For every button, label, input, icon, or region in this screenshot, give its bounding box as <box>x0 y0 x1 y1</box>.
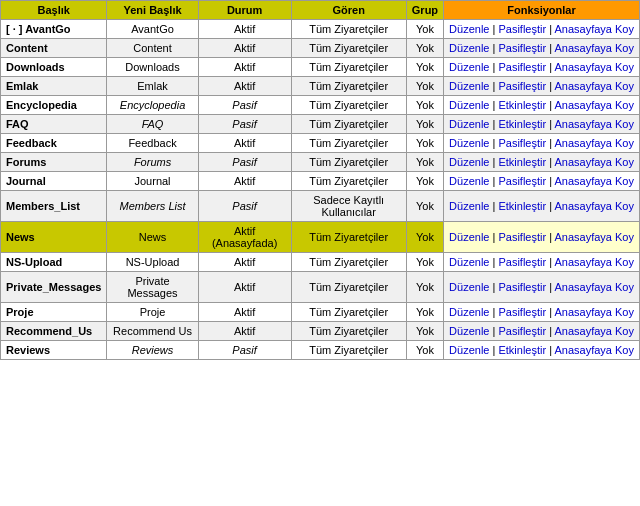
table-row: Members_ListMembers ListPasifSadece Kayı… <box>1 191 640 222</box>
action-link-anasayfaya-koy[interactable]: Anasayfaya Koy <box>554 256 634 268</box>
cell-baslik: NS-Upload <box>1 253 107 272</box>
cell-durum: Aktif <box>198 20 291 39</box>
action-link-anasayfaya-koy[interactable]: Anasayfaya Koy <box>554 200 634 212</box>
action-link-pasifleştir[interactable]: Pasifleştir <box>498 80 546 92</box>
action-link-anasayfaya-koy[interactable]: Anasayfaya Koy <box>554 231 634 243</box>
cell-baslik: Downloads <box>1 58 107 77</box>
cell-goren: Tüm Ziyaretçiler <box>291 172 406 191</box>
action-link-pasifleştir[interactable]: Pasifleştir <box>498 325 546 337</box>
cell-goren: Tüm Ziyaretçiler <box>291 96 406 115</box>
cell-fonksiyonlar: Düzenle | Pasifleştir | Anasayfaya Koy <box>444 58 640 77</box>
action-link-pasifleştir[interactable]: Pasifleştir <box>498 42 546 54</box>
action-link-anasayfaya-koy[interactable]: Anasayfaya Koy <box>554 61 634 73</box>
action-link-düzenle[interactable]: Düzenle <box>449 118 489 130</box>
cell-grup: Yok <box>406 115 443 134</box>
cell-baslik: Recommend_Us <box>1 322 107 341</box>
action-link-anasayfaya-koy[interactable]: Anasayfaya Koy <box>554 42 634 54</box>
table-row: ReviewsReviewsPasifTüm ZiyaretçilerYokDü… <box>1 341 640 360</box>
action-link-anasayfaya-koy[interactable]: Anasayfaya Koy <box>554 137 634 149</box>
cell-goren: Tüm Ziyaretçiler <box>291 153 406 172</box>
cell-fonksiyonlar: Düzenle | Etkinleştir | Anasayfaya Koy <box>444 96 640 115</box>
action-link-pasifleştir[interactable]: Pasifleştir <box>498 281 546 293</box>
cell-goren: Tüm Ziyaretçiler <box>291 115 406 134</box>
cell-fonksiyonlar: Düzenle | Etkinleştir | Anasayfaya Koy <box>444 341 640 360</box>
action-link-anasayfaya-koy[interactable]: Anasayfaya Koy <box>554 156 634 168</box>
cell-fonksiyonlar: Düzenle | Pasifleştir | Anasayfaya Koy <box>444 222 640 253</box>
cell-durum: Pasif <box>198 115 291 134</box>
action-link-etkinleştir[interactable]: Etkinleştir <box>498 99 546 111</box>
cell-grup: Yok <box>406 172 443 191</box>
cell-durum: Aktif (Anasayfada) <box>198 222 291 253</box>
table-row: Recommend_UsRecommend UsAktifTüm Ziyaret… <box>1 322 640 341</box>
cell-durum: Aktif <box>198 172 291 191</box>
cell-grup: Yok <box>406 39 443 58</box>
action-link-düzenle[interactable]: Düzenle <box>449 137 489 149</box>
action-link-anasayfaya-koy[interactable]: Anasayfaya Koy <box>554 175 634 187</box>
action-link-pasifleştir[interactable]: Pasifleştir <box>498 231 546 243</box>
cell-yeni-baslik: News <box>107 222 198 253</box>
action-link-düzenle[interactable]: Düzenle <box>449 281 489 293</box>
header-yeni-baslik: Yeni Başlık <box>107 1 198 20</box>
action-link-anasayfaya-koy[interactable]: Anasayfaya Koy <box>554 281 634 293</box>
action-link-etkinleştir[interactable]: Etkinleştir <box>498 118 546 130</box>
cell-goren: Tüm Ziyaretçiler <box>291 20 406 39</box>
action-link-düzenle[interactable]: Düzenle <box>449 23 489 35</box>
table-row: ForumsForumsPasifTüm ZiyaretçilerYokDüze… <box>1 153 640 172</box>
table-row: EmlakEmlakAktifTüm ZiyaretçilerYokDüzenl… <box>1 77 640 96</box>
cell-goren: Tüm Ziyaretçiler <box>291 134 406 153</box>
cell-fonksiyonlar: Düzenle | Etkinleştir | Anasayfaya Koy <box>444 191 640 222</box>
action-link-düzenle[interactable]: Düzenle <box>449 325 489 337</box>
action-link-anasayfaya-koy[interactable]: Anasayfaya Koy <box>554 80 634 92</box>
action-link-düzenle[interactable]: Düzenle <box>449 42 489 54</box>
cell-durum: Aktif <box>198 77 291 96</box>
action-link-pasifleştir[interactable]: Pasifleştir <box>498 61 546 73</box>
action-link-pasifleştir[interactable]: Pasifleştir <box>498 175 546 187</box>
cell-baslik: Proje <box>1 303 107 322</box>
cell-grup: Yok <box>406 272 443 303</box>
action-link-düzenle[interactable]: Düzenle <box>449 156 489 168</box>
action-link-anasayfaya-koy[interactable]: Anasayfaya Koy <box>554 306 634 318</box>
action-link-düzenle[interactable]: Düzenle <box>449 61 489 73</box>
action-link-pasifleştir[interactable]: Pasifleştir <box>498 23 546 35</box>
cell-baslik: [ · ] AvantGo <box>1 20 107 39</box>
action-link-anasayfaya-koy[interactable]: Anasayfaya Koy <box>554 23 634 35</box>
action-link-pasifleştir[interactable]: Pasifleştir <box>498 256 546 268</box>
action-link-anasayfaya-koy[interactable]: Anasayfaya Koy <box>554 344 634 356</box>
cell-grup: Yok <box>406 341 443 360</box>
action-link-anasayfaya-koy[interactable]: Anasayfaya Koy <box>554 118 634 130</box>
cell-grup: Yok <box>406 134 443 153</box>
table-row: Private_MessagesPrivate MessagesAktifTüm… <box>1 272 640 303</box>
action-link-düzenle[interactable]: Düzenle <box>449 99 489 111</box>
cell-durum: Aktif <box>198 303 291 322</box>
action-link-anasayfaya-koy[interactable]: Anasayfaya Koy <box>554 99 634 111</box>
action-link-düzenle[interactable]: Düzenle <box>449 306 489 318</box>
action-link-düzenle[interactable]: Düzenle <box>449 175 489 187</box>
action-link-anasayfaya-koy[interactable]: Anasayfaya Koy <box>554 325 634 337</box>
cell-durum: Aktif <box>198 58 291 77</box>
action-link-düzenle[interactable]: Düzenle <box>449 344 489 356</box>
action-link-düzenle[interactable]: Düzenle <box>449 80 489 92</box>
cell-fonksiyonlar: Düzenle | Pasifleştir | Anasayfaya Koy <box>444 77 640 96</box>
action-link-etkinleştir[interactable]: Etkinleştir <box>498 344 546 356</box>
cell-fonksiyonlar: Düzenle | Pasifleştir | Anasayfaya Koy <box>444 134 640 153</box>
cell-fonksiyonlar: Düzenle | Etkinleştir | Anasayfaya Koy <box>444 115 640 134</box>
cell-durum: Aktif <box>198 134 291 153</box>
table-row: FAQFAQPasifTüm ZiyaretçilerYokDüzenle | … <box>1 115 640 134</box>
action-link-pasifleştir[interactable]: Pasifleştir <box>498 306 546 318</box>
cell-grup: Yok <box>406 191 443 222</box>
cell-yeni-baslik: AvantGo <box>107 20 198 39</box>
cell-durum: Pasif <box>198 96 291 115</box>
cell-fonksiyonlar: Düzenle | Pasifleştir | Anasayfaya Koy <box>444 322 640 341</box>
action-link-pasifleştir[interactable]: Pasifleştir <box>498 137 546 149</box>
modules-table: Başlık Yeni Başlık Durum Gören Grup Fonk… <box>0 0 640 360</box>
action-link-etkinleştir[interactable]: Etkinleştir <box>498 200 546 212</box>
cell-goren: Tüm Ziyaretçiler <box>291 341 406 360</box>
table-row: NewsNewsAktif (Anasayfada)Tüm Ziyaretçil… <box>1 222 640 253</box>
header-baslik: Başlık <box>1 1 107 20</box>
action-link-düzenle[interactable]: Düzenle <box>449 200 489 212</box>
action-link-düzenle[interactable]: Düzenle <box>449 256 489 268</box>
action-link-düzenle[interactable]: Düzenle <box>449 231 489 243</box>
table-row: [ · ] AvantGoAvantGoAktifTüm Ziyaretçile… <box>1 20 640 39</box>
table-row: DownloadsDownloadsAktifTüm ZiyaretçilerY… <box>1 58 640 77</box>
action-link-etkinleştir[interactable]: Etkinleştir <box>498 156 546 168</box>
